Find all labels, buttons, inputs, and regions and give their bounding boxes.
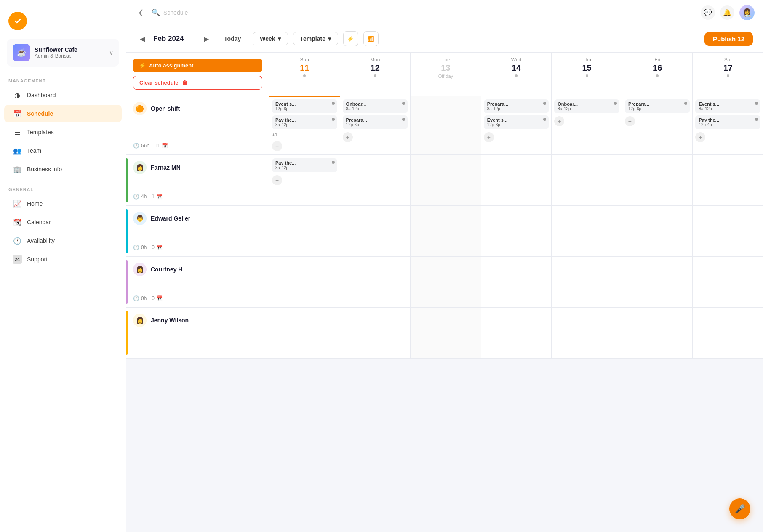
publish-button[interactable]: Publish 12 — [704, 32, 753, 46]
filter-button[interactable]: ⚡ — [343, 31, 358, 46]
courtney-cell-mon — [340, 257, 411, 307]
clear-schedule-button[interactable]: Clear schedule 🗑 — [133, 76, 262, 90]
topbar: ❮ 🔍 Schedule 💬 🔔 👩‍⚕️ — [126, 0, 763, 25]
farnaz-cell-sun: Pay the... 8a-12p + — [269, 155, 340, 205]
open-shift-cell-tue — [411, 96, 481, 154]
sidebar-item-home[interactable]: 📈 Home — [4, 195, 122, 213]
notifications-button[interactable]: 🔔 — [720, 5, 734, 20]
sticky-day-header: ⚡ Auto assignment Clear schedule 🗑 Sun 1… — [126, 53, 763, 96]
shift-card[interactable]: Event s... 12p-8p — [484, 115, 549, 129]
sidebar-item-calendar[interactable]: 📆 Calendar — [4, 213, 122, 231]
sidebar-item-dashboard[interactable]: ◑ Dashboard — [4, 86, 122, 104]
open-shift-cell-thu: Onboar... 8a-12p + — [552, 96, 622, 154]
voice-fab-button[interactable]: 🎤 — [729, 498, 750, 519]
open-shift-cell-sat: Event s... 8a-12p Pay the... 12p-4p + — [693, 96, 763, 154]
sidebar-item-team[interactable]: 👥 Team — [4, 142, 122, 160]
signal-button[interactable]: 📶 — [363, 31, 379, 46]
sidebar-item-label: Support — [27, 256, 48, 263]
jenny-person: 👩 Jenny Wilson — [133, 314, 262, 327]
collapse-sidebar-button[interactable]: ❮ — [135, 7, 147, 19]
calendar-icon: 📅 — [156, 245, 163, 250]
jenny-cell-sun — [269, 308, 340, 358]
add-shift-button[interactable]: + — [484, 132, 494, 142]
auto-assign-button[interactable]: ⚡ Auto assignment — [133, 59, 262, 72]
day-dot — [303, 74, 306, 77]
sidebar-item-label: Schedule — [27, 110, 53, 117]
farnaz-avatar: 👩 — [133, 161, 147, 174]
sidebar-item-label: Dashboard — [27, 92, 56, 98]
open-shift-row: 🟠 Open shift 🕐 56h 11 📅 — [126, 96, 763, 155]
messages-button[interactable]: 💬 — [701, 5, 715, 20]
courtney-avatar: 👩 — [133, 263, 147, 276]
user-avatar[interactable]: 👩‍⚕️ — [739, 5, 755, 20]
farnaz-info: 👩 Farnaz MN 🕐 4h 1 📅 — [126, 155, 269, 205]
schedule-content: ⚡ Auto assignment Clear schedule 🗑 Sun 1… — [126, 53, 763, 532]
next-week-button[interactable]: ▶ — [200, 33, 212, 45]
management-section-label: MANAGEMENT — [0, 75, 126, 86]
shift-card[interactable]: Event s... 8a-12p — [695, 99, 760, 113]
add-shift-button[interactable]: + — [272, 141, 282, 151]
add-shift-button[interactable]: + — [343, 132, 353, 142]
day-name: Fri — [624, 57, 691, 63]
courtney-stats: 🕐 0h 0 📅 — [133, 295, 262, 301]
plus-count: +1 — [272, 131, 337, 138]
day-header-wed: Wed 14 — [481, 53, 552, 96]
shift-card[interactable]: Event s... 12p-8p — [272, 99, 337, 113]
sidebar-item-label: Business info — [27, 166, 62, 173]
signal-icon: 📶 — [367, 36, 374, 42]
farnaz-cell-fri — [622, 155, 693, 205]
shift-time: 12p-8p — [275, 106, 334, 111]
auto-assign-label: Auto assignment — [149, 62, 193, 69]
courtney-info: 👩 Courtney H 🕐 0h 0 📅 — [126, 257, 269, 307]
shift-card[interactable]: Onboar... 8a-12p — [343, 99, 408, 113]
shift-time: 12p-8p — [487, 122, 546, 127]
shift-card[interactable]: Prepara... 12p-6p — [343, 115, 408, 129]
sidebar-item-templates[interactable]: ☰ Templates — [4, 123, 122, 141]
shift-name: Pay the... — [275, 117, 334, 122]
open-shift-days: Event s... 12p-8p Pay the... 8a-12p +1 + — [269, 96, 763, 154]
shift-card[interactable]: Onboar... 8a-12p — [554, 99, 619, 113]
edward-stats: 🕐 0h 0 📅 — [133, 245, 262, 250]
jenny-cell-fri — [622, 308, 693, 358]
day-off-label: Off day — [412, 74, 479, 79]
template-dropdown-button[interactable]: Template ▾ — [293, 32, 338, 45]
sidebar-item-availability[interactable]: 🕐 Availability — [4, 232, 122, 250]
sidebar-item-support[interactable]: 24 Support — [4, 250, 122, 268]
day-name: Mon — [342, 57, 409, 63]
edward-cell-thu — [552, 206, 622, 256]
template-label: Template — [300, 35, 325, 42]
current-date: Feb 2024 — [153, 35, 195, 43]
shift-card[interactable]: Prepara... 8a-12p — [484, 99, 549, 113]
availability-icon: 🕐 — [13, 236, 22, 245]
schedule-icon: 📅 — [13, 109, 22, 118]
open-shift-person: 🟠 Open shift — [133, 102, 262, 115]
week-dropdown-button[interactable]: Week ▾ — [253, 32, 288, 45]
shift-card[interactable]: Pay the... 8a-12p — [272, 158, 337, 172]
trash-icon: 🗑 — [182, 80, 187, 86]
business-info-icon: 🏢 — [13, 165, 22, 174]
jenny-cell-mon — [340, 308, 411, 358]
day-number: 11 — [271, 63, 338, 73]
shift-card[interactable]: Pay the... 12p-4p — [695, 115, 760, 129]
add-shift-button[interactable]: + — [625, 116, 635, 126]
today-button[interactable]: Today — [217, 32, 248, 45]
edward-cell-fri — [622, 206, 693, 256]
day-name: Wed — [483, 57, 550, 63]
add-shift-button[interactable]: + — [695, 132, 705, 142]
shift-card[interactable]: Prepara... 12p-6p — [625, 99, 690, 113]
sidebar-item-business-info[interactable]: 🏢 Business info — [4, 160, 122, 178]
edward-row: 👨 Edward Geller 🕐 0h 0 📅 — [126, 206, 763, 257]
open-shift-cell-mon: Onboar... 8a-12p Prepara... 12p-6p + — [340, 96, 411, 154]
prev-week-button[interactable]: ◀ — [136, 33, 148, 45]
shift-dot — [755, 102, 758, 105]
shift-time: 8a-12p — [558, 106, 616, 111]
workspace-selector[interactable]: ☕ Sunflower Cafe Admin & Barista ∨ — [7, 39, 119, 66]
schedule-header: ◀ Feb 2024 ▶ Today Week ▾ Template ▾ ⚡ 📶… — [126, 25, 763, 53]
add-shift-button[interactable]: + — [554, 116, 564, 126]
days-header-row: Sun 11 Mon 12 Tue 13 Off day — [269, 53, 763, 96]
sidebar-item-schedule[interactable]: 📅 Schedule — [4, 105, 122, 122]
edward-cell-sun — [269, 206, 340, 256]
day-number: 17 — [694, 63, 761, 73]
add-shift-button[interactable]: + — [272, 175, 282, 185]
shift-card[interactable]: Pay the... 8a-12p — [272, 115, 337, 129]
